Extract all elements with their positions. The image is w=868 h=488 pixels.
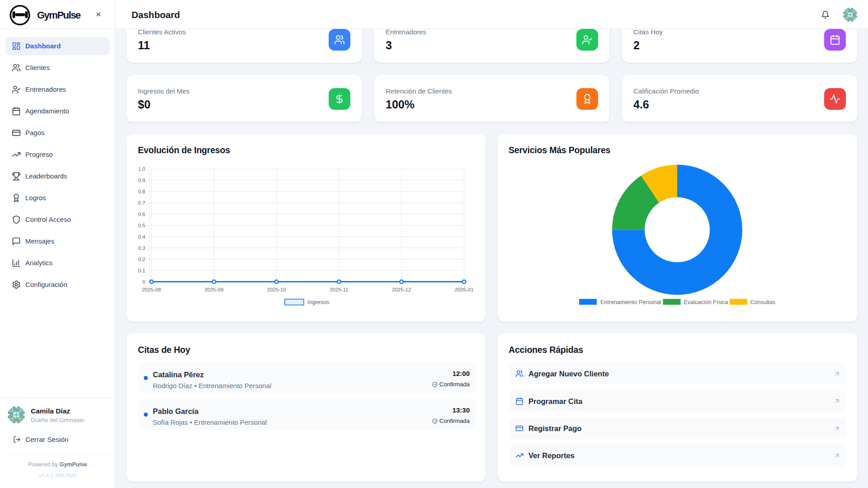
- svg-text:0.4: 0.4: [138, 234, 146, 239]
- svg-text:2025-08: 2025-08: [142, 287, 161, 292]
- svg-text:2026-01: 2026-01: [454, 287, 473, 292]
- svg-text:0.1: 0.1: [138, 268, 146, 273]
- svg-text:Evaluación Física: Evaluación Física: [684, 299, 728, 305]
- svg-text:Entrenamiento Personal: Entrenamiento Personal: [600, 299, 661, 305]
- svg-text:0.8: 0.8: [138, 189, 146, 194]
- svg-text:0.5: 0.5: [138, 223, 146, 228]
- svg-text:2025-12: 2025-12: [392, 287, 411, 292]
- svg-text:2025-10: 2025-10: [267, 287, 286, 292]
- svg-text:Ingresos: Ingresos: [307, 299, 329, 305]
- svg-text:2025-11: 2025-11: [330, 287, 348, 292]
- svg-text:Consultas: Consultas: [750, 299, 776, 305]
- svg-text:0.9: 0.9: [138, 178, 146, 183]
- svg-text:0.6: 0.6: [138, 211, 146, 217]
- svg-text:0.7: 0.7: [138, 200, 146, 206]
- svg-text:0.3: 0.3: [138, 245, 146, 251]
- svg-text:2025-09: 2025-09: [204, 287, 223, 292]
- svg-text:0.2: 0.2: [138, 257, 146, 262]
- svg-text:0: 0: [142, 279, 145, 285]
- svg-text:1.0: 1.0: [138, 166, 146, 172]
